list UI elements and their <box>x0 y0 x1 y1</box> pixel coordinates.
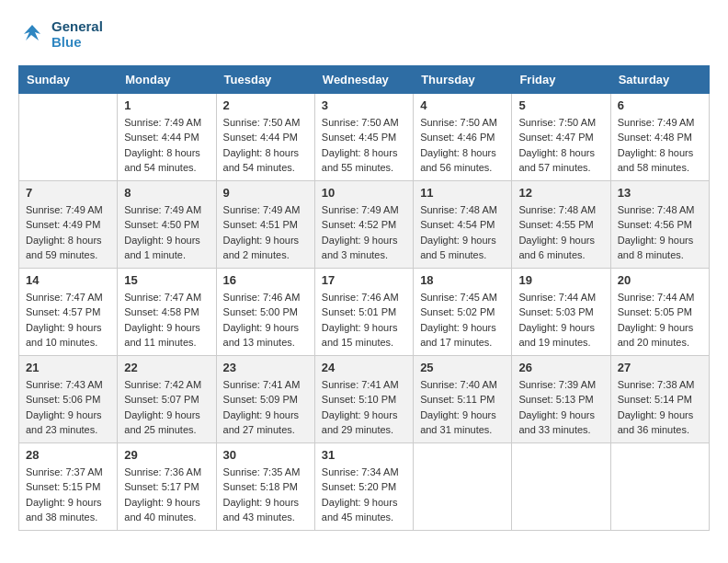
day-number: 29 <box>124 448 209 462</box>
day-number: 15 <box>124 273 209 287</box>
day-info: Sunrise: 7:49 AM Sunset: 4:48 PM Dayligh… <box>618 115 702 176</box>
header-day-sunday: Sunday <box>19 65 118 93</box>
day-number: 6 <box>618 98 702 112</box>
calendar-body: 1Sunrise: 7:49 AM Sunset: 4:44 PM Daylig… <box>19 93 710 530</box>
week-row-2: 7Sunrise: 7:49 AM Sunset: 4:49 PM Daylig… <box>19 180 710 268</box>
day-info: Sunrise: 7:39 AM Sunset: 5:13 PM Dayligh… <box>518 377 603 438</box>
header-day-saturday: Saturday <box>610 65 709 93</box>
calendar-cell: 16Sunrise: 7:46 AM Sunset: 5:00 PM Dayli… <box>216 268 314 355</box>
day-number: 10 <box>322 186 406 200</box>
day-number: 24 <box>322 361 406 374</box>
calendar-cell <box>414 442 512 530</box>
day-info: Sunrise: 7:44 AM Sunset: 5:05 PM Dayligh… <box>618 290 702 350</box>
day-number: 17 <box>322 273 406 287</box>
calendar-cell: 9Sunrise: 7:49 AM Sunset: 4:51 PM Daylig… <box>216 180 314 268</box>
day-number: 14 <box>26 273 110 287</box>
day-number: 13 <box>618 186 702 200</box>
week-row-3: 14Sunrise: 7:47 AM Sunset: 4:57 PM Dayli… <box>19 268 710 355</box>
header-day-friday: Friday <box>512 65 610 93</box>
day-info: Sunrise: 7:47 AM Sunset: 4:58 PM Dayligh… <box>124 290 209 350</box>
day-number: 22 <box>124 361 209 374</box>
day-number: 21 <box>26 361 110 374</box>
day-number: 1 <box>124 98 209 112</box>
calendar-cell: 30Sunrise: 7:35 AM Sunset: 5:18 PM Dayli… <box>216 442 314 530</box>
day-info: Sunrise: 7:50 AM Sunset: 4:47 PM Dayligh… <box>518 115 603 176</box>
day-info: Sunrise: 7:48 AM Sunset: 4:55 PM Dayligh… <box>518 202 603 263</box>
day-info: Sunrise: 7:48 AM Sunset: 4:54 PM Dayligh… <box>420 202 505 263</box>
day-number: 9 <box>223 186 308 200</box>
day-info: Sunrise: 7:41 AM Sunset: 5:10 PM Dayligh… <box>322 377 406 438</box>
calendar-cell: 10Sunrise: 7:49 AM Sunset: 4:52 PM Dayli… <box>314 180 413 268</box>
calendar-cell: 3Sunrise: 7:50 AM Sunset: 4:45 PM Daylig… <box>314 93 413 180</box>
header-day-wednesday: Wednesday <box>314 65 413 93</box>
calendar-cell: 13Sunrise: 7:48 AM Sunset: 4:56 PM Dayli… <box>610 180 709 268</box>
day-info: Sunrise: 7:50 AM Sunset: 4:44 PM Dayligh… <box>223 115 308 176</box>
day-info: Sunrise: 7:49 AM Sunset: 4:52 PM Dayligh… <box>322 202 406 263</box>
day-number: 26 <box>518 361 603 374</box>
calendar-cell: 24Sunrise: 7:41 AM Sunset: 5:10 PM Dayli… <box>314 355 413 442</box>
day-info: Sunrise: 7:50 AM Sunset: 4:46 PM Dayligh… <box>420 115 505 176</box>
week-row-4: 21Sunrise: 7:43 AM Sunset: 5:06 PM Dayli… <box>19 355 710 442</box>
calendar-cell: 18Sunrise: 7:45 AM Sunset: 5:02 PM Dayli… <box>414 268 512 355</box>
day-info: Sunrise: 7:49 AM Sunset: 4:50 PM Dayligh… <box>124 202 209 263</box>
calendar-cell: 6Sunrise: 7:49 AM Sunset: 4:48 PM Daylig… <box>610 93 709 180</box>
day-number: 11 <box>420 186 505 200</box>
calendar-cell: 7Sunrise: 7:49 AM Sunset: 4:49 PM Daylig… <box>19 180 118 268</box>
day-info: Sunrise: 7:42 AM Sunset: 5:07 PM Dayligh… <box>124 377 209 438</box>
calendar-cell: 12Sunrise: 7:48 AM Sunset: 4:55 PM Dayli… <box>512 180 610 268</box>
calendar-cell: 22Sunrise: 7:42 AM Sunset: 5:07 PM Dayli… <box>118 355 216 442</box>
day-number: 19 <box>518 273 603 287</box>
calendar-cell: 17Sunrise: 7:46 AM Sunset: 5:01 PM Dayli… <box>314 268 413 355</box>
day-info: Sunrise: 7:40 AM Sunset: 5:11 PM Dayligh… <box>420 377 505 438</box>
day-number: 20 <box>618 273 702 287</box>
svg-marker-0 <box>24 25 40 40</box>
calendar-cell: 25Sunrise: 7:40 AM Sunset: 5:11 PM Dayli… <box>414 355 512 442</box>
day-number: 31 <box>322 448 406 462</box>
calendar-cell: 27Sunrise: 7:38 AM Sunset: 5:14 PM Dayli… <box>610 355 709 442</box>
day-info: Sunrise: 7:44 AM Sunset: 5:03 PM Dayligh… <box>518 290 603 350</box>
day-info: Sunrise: 7:34 AM Sunset: 5:20 PM Dayligh… <box>322 465 406 525</box>
day-info: Sunrise: 7:49 AM Sunset: 4:44 PM Dayligh… <box>124 115 209 176</box>
day-number: 12 <box>518 186 603 200</box>
calendar-cell: 21Sunrise: 7:43 AM Sunset: 5:06 PM Dayli… <box>19 355 118 442</box>
day-info: Sunrise: 7:35 AM Sunset: 5:18 PM Dayligh… <box>223 465 308 525</box>
calendar-cell: 29Sunrise: 7:36 AM Sunset: 5:17 PM Dayli… <box>118 442 216 530</box>
day-info: Sunrise: 7:49 AM Sunset: 4:51 PM Dayligh… <box>223 202 308 263</box>
calendar-cell: 23Sunrise: 7:41 AM Sunset: 5:09 PM Dayli… <box>216 355 314 442</box>
logo-general: General <box>51 18 103 34</box>
day-info: Sunrise: 7:48 AM Sunset: 4:56 PM Dayligh… <box>618 202 702 263</box>
day-number: 2 <box>223 98 308 112</box>
day-number: 7 <box>26 186 110 200</box>
day-number: 30 <box>223 448 308 462</box>
day-info: Sunrise: 7:50 AM Sunset: 4:45 PM Dayligh… <box>322 115 406 176</box>
calendar-cell: 14Sunrise: 7:47 AM Sunset: 4:57 PM Dayli… <box>19 268 118 355</box>
day-info: Sunrise: 7:37 AM Sunset: 5:15 PM Dayligh… <box>26 465 110 525</box>
day-info: Sunrise: 7:41 AM Sunset: 5:09 PM Dayligh… <box>223 377 308 438</box>
day-info: Sunrise: 7:46 AM Sunset: 5:00 PM Dayligh… <box>223 290 308 350</box>
day-number: 25 <box>420 361 505 374</box>
calendar-cell: 5Sunrise: 7:50 AM Sunset: 4:47 PM Daylig… <box>512 93 610 180</box>
page-header: General Blue <box>18 18 710 51</box>
day-number: 4 <box>420 98 505 112</box>
calendar-table: SundayMondayTuesdayWednesdayThursdayFrid… <box>18 65 710 531</box>
header-day-tuesday: Tuesday <box>216 65 314 93</box>
week-row-5: 28Sunrise: 7:37 AM Sunset: 5:15 PM Dayli… <box>19 442 710 530</box>
day-info: Sunrise: 7:46 AM Sunset: 5:01 PM Dayligh… <box>322 290 406 350</box>
header-day-thursday: Thursday <box>414 65 512 93</box>
logo-bird-icon <box>18 20 46 48</box>
day-number: 28 <box>26 448 110 462</box>
calendar-header-row: SundayMondayTuesdayWednesdayThursdayFrid… <box>19 65 710 93</box>
calendar-cell: 4Sunrise: 7:50 AM Sunset: 4:46 PM Daylig… <box>414 93 512 180</box>
calendar-cell: 15Sunrise: 7:47 AM Sunset: 4:58 PM Dayli… <box>118 268 216 355</box>
week-row-1: 1Sunrise: 7:49 AM Sunset: 4:44 PM Daylig… <box>19 93 710 180</box>
day-number: 3 <box>322 98 406 112</box>
calendar-cell <box>610 442 709 530</box>
day-info: Sunrise: 7:43 AM Sunset: 5:06 PM Dayligh… <box>26 377 110 438</box>
calendar-cell: 20Sunrise: 7:44 AM Sunset: 5:05 PM Dayli… <box>610 268 709 355</box>
day-number: 5 <box>518 98 603 112</box>
calendar-cell <box>19 93 118 180</box>
header-day-monday: Monday <box>118 65 216 93</box>
day-number: 23 <box>223 361 308 374</box>
day-info: Sunrise: 7:38 AM Sunset: 5:14 PM Dayligh… <box>618 377 702 438</box>
calendar-cell <box>512 442 610 530</box>
